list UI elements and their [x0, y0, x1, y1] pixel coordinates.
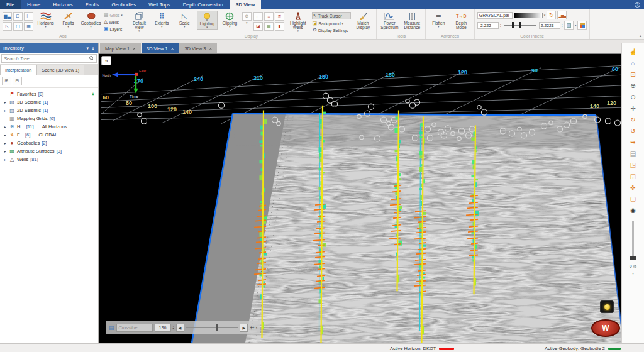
- sidebar-item-horizons[interactable]: ▸≋H...[11]All Horizons: [0, 123, 98, 131]
- close-tab-icon[interactable]: ×: [209, 46, 213, 52]
- crossline-slider[interactable]: [186, 327, 238, 328]
- sidebar-item-geobodies[interactable]: ▸●Geobodies[2]: [0, 139, 98, 147]
- close-tab-icon[interactable]: ×: [133, 46, 136, 52]
- lighting-button[interactable]: Lighting▾: [197, 11, 218, 30]
- expand-arrow-icon[interactable]: ▸: [3, 108, 7, 113]
- menu-tab-depth-conversion[interactable]: Depth Conversion: [177, 0, 230, 9]
- pan-tool-icon[interactable]: ☝: [628, 48, 638, 57]
- crossline-step-button[interactable]: ++: [250, 326, 253, 330]
- tab-scene-3d-view-1-[interactable]: Scene (3D View 1): [36, 65, 84, 75]
- orbit-view-icon[interactable]: ↺: [628, 127, 638, 136]
- menu-tab-faults[interactable]: Faults: [79, 0, 106, 9]
- slider-handle-max[interactable]: [519, 22, 521, 28]
- slider-handle-min[interactable]: [512, 22, 514, 28]
- add-grids-button[interactable]: ▦Grids▾: [103, 12, 123, 18]
- background-button[interactable]: ◪Background▾: [312, 20, 351, 26]
- menu-tab-file[interactable]: File: [0, 0, 21, 9]
- add-faults-button[interactable]: Faults ▾: [58, 11, 79, 28]
- palette-range-slider[interactable]: [504, 25, 536, 26]
- crossline-label-field[interactable]: Crossline: [116, 324, 153, 332]
- expand-arrow-icon[interactable]: ▸: [3, 141, 7, 145]
- menu-tab-well-tops[interactable]: Well Tops: [142, 0, 176, 9]
- expand-view-icon[interactable]: ✛: [628, 104, 638, 113]
- seismic-3d-scene[interactable]: 2702402101801501209060608010012014014012…: [99, 54, 621, 343]
- add-tool-icon-5[interactable]: ▦: [24, 22, 33, 31]
- measure-distance-button[interactable]: Measure Distance: [402, 11, 423, 30]
- extents-button[interactable]: ⣿ Extents▾: [152, 11, 172, 28]
- add-tool-icon-2[interactable]: ⊢: [24, 12, 33, 21]
- palette-gradient-preview[interactable]: [514, 13, 543, 18]
- palette-reverse-button[interactable]: ↻: [547, 11, 556, 19]
- search-input[interactable]: [2, 56, 89, 62]
- palette-max-input[interactable]: 2.2223: [539, 22, 560, 29]
- display-tool-icon-1[interactable]: ≡: [264, 12, 274, 21]
- view-target-button[interactable]: ⊕: [242, 12, 252, 21]
- crossline-spinner[interactable]: ▴▾: [173, 326, 174, 330]
- add-tool-icon-3[interactable]: ◺: [3, 22, 12, 31]
- collapse-all-button[interactable]: ⊟: [13, 77, 22, 85]
- sidebar-item-wells[interactable]: ▸△Wells[81]: [0, 155, 98, 163]
- power-spectrum-button[interactable]: Power Spectrum: [379, 11, 400, 30]
- sidebar-item-mapping-grids[interactable]: ▦Mapping Grids[0]: [0, 114, 98, 123]
- scene-zoom-slider-thumb[interactable]: [630, 256, 636, 260]
- rotate-view-icon[interactable]: ↻: [628, 116, 638, 124]
- display-tool-icon-3[interactable]: ◪: [253, 22, 263, 31]
- move-object-icon[interactable]: ✜: [628, 184, 638, 192]
- add-tool-icon-1[interactable]: ⊟: [13, 12, 23, 21]
- palette-file-select[interactable]: GRAYSCAL.pal: [477, 12, 513, 19]
- view-tab-map-view-1[interactable]: Map View 1×: [100, 43, 141, 53]
- expand-arrow-icon[interactable]: ▸: [3, 149, 7, 153]
- crossline-value-input[interactable]: 136: [155, 324, 171, 332]
- spinner-arrows[interactable]: ▴▾: [500, 23, 501, 28]
- zoom-fit-icon[interactable]: ⊡: [628, 70, 638, 79]
- depth-mode-button[interactable]: T→D Depth Mode: [451, 11, 472, 30]
- inventory-panel-header[interactable]: Inventory ▾ ↧: [0, 43, 98, 53]
- palette-multicolor-button[interactable]: [577, 21, 587, 30]
- expand-arrow-icon[interactable]: ▸: [3, 100, 7, 104]
- pin-icon[interactable]: ↧: [91, 46, 95, 51]
- menu-tab-horizons[interactable]: Horizons: [47, 0, 79, 9]
- expand-arrow-icon[interactable]: ▸: [3, 124, 7, 129]
- sidebar-item-faults[interactable]: ▸↯F...[6]GLOBAL: [0, 131, 98, 139]
- match-display-button[interactable]: Match Display: [353, 11, 374, 30]
- display-tool-icon-5[interactable]: ▮: [275, 22, 284, 31]
- crossline-next-button[interactable]: ▶: [240, 324, 248, 332]
- add-wells-button[interactable]: △Wells: [103, 19, 123, 25]
- expand-arrow-icon[interactable]: ▸: [3, 157, 7, 162]
- palette-histogram-button[interactable]: ▂▅▃: [557, 11, 567, 19]
- highlight-wells-button[interactable]: Highlight Wells▾: [286, 11, 310, 33]
- clip-box-icon[interactable]: ▢: [628, 195, 638, 204]
- add-layers-button[interactable]: ▣Layers: [103, 26, 123, 32]
- viewport-3d[interactable]: »: [99, 53, 621, 343]
- menu-tab-3d-view[interactable]: 3D View: [230, 0, 262, 9]
- crossline-slider-thumb[interactable]: [216, 324, 218, 331]
- clipping-button[interactable]: Clipping▾: [219, 11, 240, 28]
- sidebar-item-attribute-surfaces[interactable]: ▸▩Attribute Surfaces[3]: [0, 147, 98, 155]
- cube-rotate-y-icon[interactable]: ◲: [628, 172, 638, 181]
- zoom-out-icon[interactable]: ⊖: [628, 93, 638, 102]
- walkthrough-icon[interactable]: ➥: [628, 138, 638, 147]
- close-tab-icon[interactable]: ×: [171, 46, 174, 52]
- flatten-button[interactable]: ≣ Flatten▾: [428, 11, 449, 28]
- palette-swatch-button[interactable]: [564, 21, 574, 30]
- spinner-arrows[interactable]: ▴▾: [562, 23, 563, 28]
- palette-min-input[interactable]: -2.222: [477, 22, 499, 29]
- sidebar-item-favorites[interactable]: ⚑Favorites[0]★: [0, 90, 98, 98]
- sidebar-item-2d-seismic[interactable]: ▸▤2D Seismic[1]: [0, 106, 98, 114]
- crossline-prev-button[interactable]: ◀: [176, 324, 184, 332]
- panel-menu-icon[interactable]: ▾: [87, 46, 89, 51]
- slice-stack-icon[interactable]: ▤: [628, 150, 638, 158]
- add-tool-icon-0[interactable]: ▆▃: [3, 12, 12, 21]
- menu-tab-geobodies[interactable]: Geobodies: [106, 0, 143, 9]
- scene-light-toggle[interactable]: [600, 300, 614, 313]
- add-tool-icon-4[interactable]: ▢: [13, 22, 23, 31]
- zoom-in-icon[interactable]: ⊕: [628, 82, 638, 91]
- default-view-button[interactable]: Default View▾: [129, 11, 150, 33]
- scene-zoom-slider[interactable]: [632, 221, 634, 260]
- expand-arrow-icon[interactable]: ▸: [3, 133, 7, 137]
- display-tool-icon-4[interactable]: ▩: [264, 22, 274, 31]
- cube-rotate-x-icon[interactable]: ◳: [628, 161, 638, 170]
- panel-expander-button[interactable]: »: [101, 56, 111, 65]
- tab-interpretation[interactable]: Interpretation: [0, 65, 36, 75]
- add-horizons-button[interactable]: Horizons ▾: [35, 11, 56, 28]
